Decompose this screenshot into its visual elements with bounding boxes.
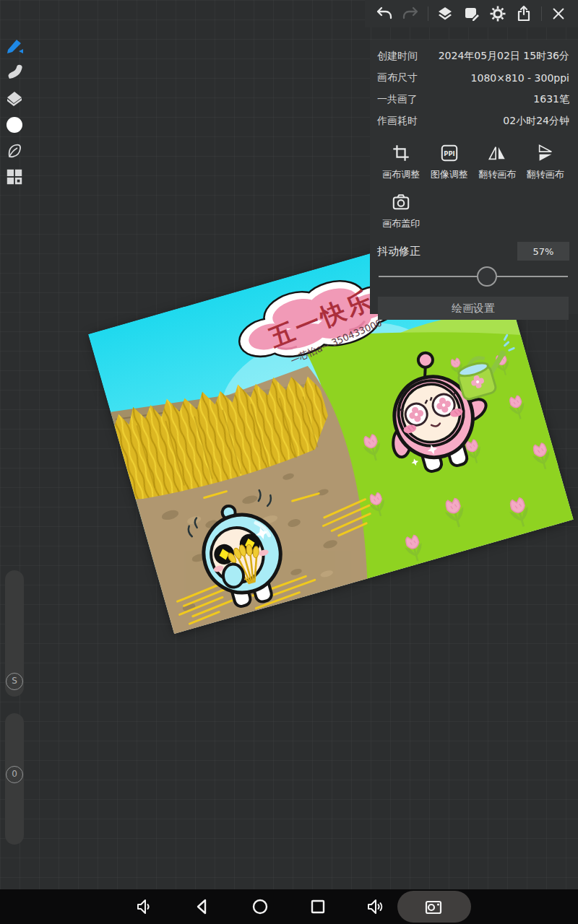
- screenshot-camera-icon: [423, 897, 445, 916]
- brush-tool-button[interactable]: [4, 38, 25, 56]
- color-swatch-button[interactable]: [4, 116, 25, 134]
- android-navbar: [0, 889, 578, 924]
- brush-icon: [5, 38, 24, 56]
- info-label: 创建时间: [377, 50, 418, 63]
- gear-icon: [489, 5, 506, 22]
- jitter-slider[interactable]: [377, 266, 569, 287]
- camera-stamp-icon: [390, 191, 412, 213]
- info-value: 02小时24分钟: [503, 115, 569, 128]
- info-row-created: 创建时间 2024年05月02日 15时36分: [377, 45, 569, 67]
- slider-handle[interactable]: [477, 266, 497, 287]
- size-slider-knob[interactable]: S: [6, 673, 23, 690]
- brush-opacity-slider[interactable]: 0: [5, 713, 24, 845]
- canvas-adjust-button[interactable]: 画布调整: [377, 142, 426, 181]
- flip-horizontal-icon: [486, 142, 508, 164]
- settings-button-toolbar[interactable]: [488, 4, 507, 23]
- opacity-slider-knob[interactable]: 0: [6, 766, 23, 783]
- home-icon: [251, 897, 269, 916]
- close-button[interactable]: [549, 4, 568, 23]
- info-label: 作画耗时: [377, 115, 418, 128]
- volume-up-icon: [366, 897, 385, 916]
- top-toolbar: [365, 0, 578, 27]
- save-export-button[interactable]: [462, 4, 481, 23]
- toolbar-divider: [541, 6, 542, 21]
- info-value: 2024年05月02日 15时36分: [439, 50, 569, 63]
- share-button[interactable]: [514, 4, 533, 23]
- leaf-icon: [5, 141, 24, 160]
- canvas-stamp-button[interactable]: 画布盖印: [377, 191, 426, 230]
- home-button[interactable]: [243, 889, 277, 924]
- volume-down-button[interactable]: [127, 889, 162, 924]
- jitter-value-box: 57%: [517, 242, 569, 261]
- eraser-tool-button[interactable]: [4, 90, 25, 108]
- ppi-icon: PPI: [439, 142, 460, 164]
- flip-vertical-icon: [535, 142, 556, 164]
- info-row-strokes: 一共画了 1631笔: [377, 89, 569, 110]
- image-adjust-button[interactable]: PPI 图像调整: [426, 142, 474, 181]
- canvas-settings-panel: 创建时间 2024年05月02日 15时36分 画布尺寸 1080×810 - …: [370, 40, 578, 314]
- flip-canvas-vertical-button[interactable]: 翻转画布: [522, 142, 570, 181]
- flip-canvas-horizontal-button[interactable]: 翻转画布: [473, 142, 522, 181]
- drawing-settings-button[interactable]: 绘画设置: [378, 297, 569, 320]
- left-toolbar: [0, 38, 29, 186]
- jitter-label: 抖动修正: [377, 245, 420, 258]
- recent-apps-button[interactable]: [301, 889, 335, 924]
- color-circle-icon: [5, 116, 24, 134]
- close-icon: [551, 6, 566, 22]
- undo-icon: [376, 5, 393, 22]
- recent-apps-icon: [309, 897, 327, 916]
- info-value: 1080×810 - 300ppi: [471, 72, 569, 84]
- layers-button[interactable]: [436, 4, 454, 23]
- svg-text:PPI: PPI: [444, 150, 454, 157]
- info-label: 一共画了: [377, 93, 418, 106]
- layers-grid-icon: [5, 167, 24, 186]
- back-button[interactable]: [185, 889, 220, 924]
- screenshot-button[interactable]: [397, 891, 471, 923]
- volume-down-icon: [135, 897, 154, 916]
- toolbar-divider: [428, 6, 428, 21]
- layers-icon: [436, 5, 454, 22]
- back-icon: [193, 897, 212, 916]
- panel-actions: 画布调整 PPI 图像调整 翻转画布: [377, 142, 569, 230]
- smudge-tool-button[interactable]: [4, 64, 25, 82]
- smudge-icon: [5, 64, 24, 82]
- info-row-size: 画布尺寸 1080×810 - 300ppi: [377, 67, 569, 89]
- volume-up-button[interactable]: [358, 889, 393, 924]
- info-label: 画布尺寸: [377, 71, 418, 84]
- leaf-tool-button[interactable]: [4, 141, 25, 160]
- redo-icon: [402, 5, 419, 22]
- undo-button[interactable]: [375, 4, 394, 23]
- slider-track: [379, 276, 568, 277]
- app-stage: 五一快乐 —芯怡a~ 350433000: [0, 0, 578, 924]
- info-value: 1631笔: [533, 93, 569, 106]
- jitter-section: 抖动修正 57%: [377, 242, 569, 287]
- crop-icon: [390, 142, 412, 164]
- redo-button[interactable]: [401, 4, 420, 23]
- save-export-icon: [463, 5, 480, 22]
- eraser-icon: [5, 90, 24, 108]
- share-icon: [515, 5, 532, 22]
- brush-size-slider[interactable]: S: [5, 570, 24, 697]
- info-row-duration: 作画耗时 02小时24分钟: [377, 110, 569, 132]
- layers-grid-button[interactable]: [4, 167, 25, 186]
